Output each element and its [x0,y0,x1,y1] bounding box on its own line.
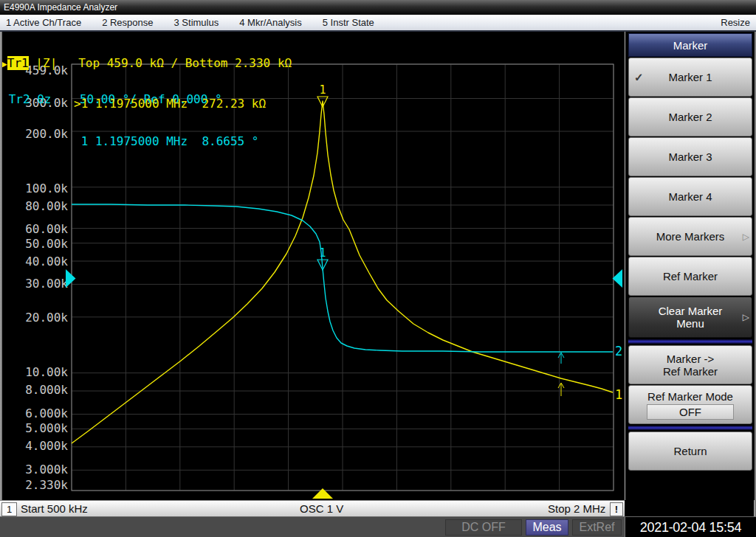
resize-menu-item[interactable]: Resize [721,17,756,28]
tr1-impedance-trace-number-label: 1 [615,387,622,402]
window-border-left [0,32,2,500]
y-axis-tick-label: 4.000k [25,439,68,453]
measurement-display: 459.0k300.0k200.0k100.0k80.00k60.00k50.0… [0,32,625,500]
softkey-return[interactable]: Return [628,432,752,471]
window-title: E4990A Impedance Analyzer [4,2,117,13]
softkey-label: Marker 4 [668,190,712,203]
marker-number-label: 1 [319,246,326,260]
active-trace-arrow-icon: ▶ [1,58,7,69]
datetime-display: 2021-02-04 15:54 [625,517,756,537]
alert-indicator[interactable]: ! [610,502,623,516]
softkey-label: Marker 1 [668,71,712,83]
y-axis-tick-label: 50.00k [25,237,68,251]
trace1-info-line[interactable]: ▶Tr1 |Z| Top 459.0 kΩ / Bottom 2.330 kΩ [1,58,292,70]
softkey-marker-2[interactable]: Marker 2 [628,97,752,136]
y-axis-tick-label: 30.00k [25,277,68,291]
menu-item[interactable]: 2 Response [92,17,163,28]
start-frequency[interactable]: Start 500 kHz [21,502,88,515]
softkey-menu: Marker ✓Marker 1Marker 2Marker 3Marker 4… [625,32,755,500]
menu-item[interactable]: 3 Stimulus [164,17,230,28]
reference-position-triangle-icon [613,269,623,288]
extref-status: ExtRef [572,519,622,536]
softkey-marker-1[interactable]: ✓Marker 1 [628,58,752,97]
y-axis-tick-label: 2.330k [25,478,68,492]
checkmark-icon: ✓ [634,71,644,84]
y-axis-tick-label: 3.000k [25,462,68,477]
softkey-label: Marker -> [667,353,715,365]
softkey-marker-3[interactable]: Marker 3 [628,137,752,176]
softkey-label: Marker 3 [668,150,712,163]
dc-bias-status: DC OFF [445,519,522,536]
softkey-label: Marker 2 [668,111,712,123]
y-axis-tick-label: 40.00k [25,254,68,268]
menu-item[interactable]: 1 Active Ch/Trace [0,17,92,28]
softkey-ref-marker-mode[interactable]: Ref Marker ModeOFF [628,385,752,424]
menu-item[interactable]: 5 Instr State [312,17,385,28]
softkey-marker-4[interactable]: Marker 4 [628,177,752,216]
menu-bar-items: 1 Active Ch/Trace2 Response3 Stimulus4 M… [0,17,385,28]
channel-number-box: 1 [1,502,17,516]
softkey-label: Ref Marker [663,270,718,283]
y-axis-tick-label: 20.00k [25,311,68,325]
softkey-label: Ref Marker Mode [647,390,733,403]
stop-frequency[interactable]: Stop 2 MHz [548,502,605,515]
softkey-label-line2: Menu [676,317,704,330]
y-axis-tick-label: 8.000k [25,383,68,397]
reference-position-triangle-icon [66,269,76,288]
submenu-arrow-icon: ▷ [743,232,749,242]
softkey-clear-marker[interactable]: Clear MarkerMenu▷ [628,297,752,338]
marker-number-label: 1 [319,83,326,97]
softkey-label: Clear Marker [659,305,723,317]
softkey-separator [628,426,752,430]
softkey-menu-title: Marker [628,33,752,57]
softkey-more-markers[interactable]: More Markers▷ [628,217,752,256]
status-bar: DC OFF Meas ExtRef 2021-02-04 15:54 [0,516,756,537]
marker1-readout-tr1: >1 1.1975000 MHz 272.23 kΩ [74,97,266,110]
y-axis-tick-label: 60.00k [25,222,68,236]
softkey-marker[interactable]: Marker ->Ref Marker [628,345,752,384]
softkey-label: Return [673,445,707,457]
marker-readout: >1 1.1975000 MHz 272.23 kΩ 1 1.1975000 M… [74,72,266,173]
softkey-ref-marker[interactable]: Ref Marker [628,257,752,296]
stimulus-position-triangle-icon [312,488,333,499]
stimulus-bar: 1 Start 500 kHz OSC 1 V Stop 2 MHz ! [0,500,625,516]
y-axis-tick-label: 5.000k [25,421,68,435]
measurement-status: Meas [526,519,568,536]
marker1-readout-tr2: 1 1.1975000 MHz 8.6655 ° [74,135,266,148]
trace1-label: Tr1 [7,56,29,70]
y-axis-tick-label: 10.00k [25,365,68,379]
osc-level[interactable]: OSC 1 V [300,502,343,515]
menu-bar: 1 Active Ch/Trace2 Response3 Stimulus4 M… [0,15,756,32]
menu-item[interactable]: 4 Mkr/Analysis [229,17,312,28]
y-axis-tick-label: 6.000k [25,406,68,420]
tr2-phase-trace-number-label: 2 [615,344,622,358]
y-axis-tick-label: 80.00k [25,199,68,213]
trace1-scale-text: |Z| Top 459.0 kΩ / Bottom 2.330 kΩ [29,56,292,70]
softkey-label-line2: Ref Marker [663,365,718,378]
y-axis-tick-label: 100.0k [25,181,68,195]
softkey-label: More Markers [656,230,725,243]
softkey-separator [628,339,752,344]
softkey-value: OFF [647,404,734,420]
window-title-bar[interactable]: E4990A Impedance Analyzer [0,0,756,15]
submenu-arrow-icon: ▷ [743,312,749,322]
